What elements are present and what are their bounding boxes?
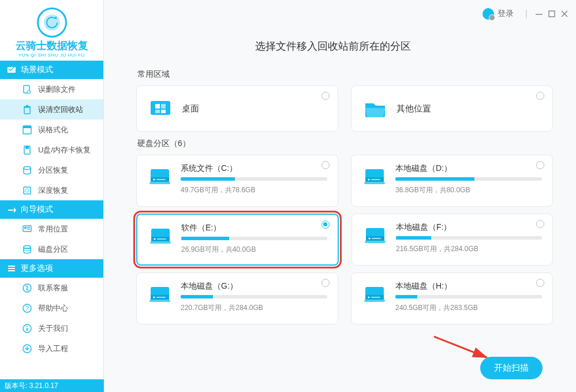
disk-name: 本地磁盘（F:）: [396, 222, 542, 233]
section-more-label: 更多选项: [21, 263, 53, 274]
svg-rect-30: [151, 101, 170, 115]
menu-icon: [22, 244, 32, 255]
radio[interactable]: [536, 161, 544, 169]
card-label: 桌面: [182, 103, 199, 114]
sidebar-item-scene-1[interactable]: 误清空回收站: [0, 99, 103, 120]
svg-rect-42: [364, 182, 385, 184]
disk-size: 216.5GB可用，共284.0GB: [396, 244, 542, 254]
disk-card-2[interactable]: 软件（E:）26.9GB可用，共40.0GB: [136, 214, 339, 266]
start-scan-button[interactable]: 开始扫描: [480, 357, 543, 379]
radio[interactable]: [321, 92, 330, 100]
radio[interactable]: [536, 220, 544, 228]
svg-rect-4: [24, 106, 31, 107]
disk-name: 本地磁盘（H:）: [395, 281, 542, 292]
sidebar-item-wizard-0[interactable]: 常用位置: [0, 219, 103, 239]
menu-icon: [22, 283, 32, 293]
sidebar-item-more-0[interactable]: 联系客服: [0, 278, 103, 298]
svg-rect-57: [149, 300, 170, 302]
disk-card-5[interactable]: 本地磁盘（H:）240.5GB可用，共283.5GB: [351, 272, 553, 324]
menu-icon: [22, 84, 32, 95]
radio[interactable]: [536, 92, 544, 100]
svg-point-2: [27, 90, 31, 94]
svg-rect-19: [8, 268, 15, 269]
disk-card-1[interactable]: 本地磁盘（D:）36.8GB可用，共80.0GB: [351, 155, 553, 207]
sidebar-item-scene-4[interactable]: 分区恢复: [0, 160, 103, 180]
radio[interactable]: [321, 161, 330, 169]
svg-rect-13: [24, 227, 27, 229]
svg-point-53: [369, 238, 371, 240]
disk-card-4[interactable]: 本地磁盘（G:）220.7GB可用，共284.0GB: [136, 272, 338, 324]
svg-rect-9: [25, 146, 29, 149]
menu-label: 联系客服: [38, 283, 68, 293]
svg-rect-33: [155, 110, 160, 113]
disk-size: 36.8GB可用，共80.0GB: [395, 185, 542, 195]
disk-info: 本地磁盘（F:）216.5GB可用，共284.0GB: [396, 222, 542, 265]
sidebar-item-more-3[interactable]: 导入工程: [0, 338, 103, 359]
sidebar-item-more-2[interactable]: 关于我们: [0, 318, 103, 338]
radio[interactable]: [321, 279, 330, 287]
disk-icon: [362, 222, 388, 248]
svg-point-43: [368, 179, 370, 181]
menu-icon: [22, 185, 32, 196]
svg-rect-15: [27, 229, 30, 230]
svg-rect-59: [156, 297, 166, 298]
section-more-options[interactable]: 更多选项: [0, 259, 103, 278]
common-card-0[interactable]: 桌面: [136, 85, 338, 132]
section-scene-mode[interactable]: 场景模式: [0, 61, 103, 79]
disk-size: 49.7GB可用，共78.6GB: [181, 185, 327, 195]
menu-label: 分区恢复: [38, 165, 68, 176]
svg-rect-49: [157, 238, 166, 240]
disk-card-3[interactable]: 本地磁盘（F:）216.5GB可用，共284.0GB: [351, 214, 553, 266]
menu-label: 磁盘分区: [38, 244, 68, 255]
sidebar-item-scene-3[interactable]: U盘/内存卡恢复: [0, 140, 103, 160]
page-title: 选择文件移入回收站前所在的分区: [113, 39, 553, 53]
disk-usage-bar: [396, 236, 542, 240]
svg-rect-11: [24, 187, 31, 194]
sidebar-item-more-1[interactable]: ?帮助中心: [0, 298, 103, 318]
logo-icon: [37, 8, 67, 38]
svg-rect-52: [365, 241, 386, 243]
sidebar-item-scene-2[interactable]: 误格式化: [0, 120, 103, 140]
disk-info: 本地磁盘（G:）220.7GB可用，共284.0GB: [181, 281, 327, 324]
sidebar-item-wizard-1[interactable]: 磁盘分区: [0, 239, 103, 259]
menu-icon: [22, 323, 32, 334]
radio[interactable]: [321, 221, 330, 229]
disk-name: 系统文件（C:）: [181, 163, 327, 174]
menu-label: 误清空回收站: [38, 104, 83, 115]
sidebar-item-scene-5[interactable]: 深度恢复: [0, 180, 103, 200]
svg-point-48: [154, 238, 156, 240]
svg-rect-5: [26, 105, 28, 106]
disk-size: 26.9GB可用，共40.0GB: [181, 245, 327, 255]
svg-rect-32: [161, 104, 166, 109]
app-logo: 云骑士数据恢复 YUN QI SHI SHU JU HUI FU: [0, 0, 103, 61]
disk-name: 本地磁盘（G:）: [181, 281, 327, 292]
disk-name: 本地磁盘（D:）: [395, 163, 542, 174]
disk-icon: [362, 281, 387, 307]
disk-usage-bar: [181, 237, 327, 240]
wizard-icon: [7, 205, 16, 214]
sidebar-item-scene-0[interactable]: 误删除文件: [0, 79, 103, 99]
svg-rect-7: [23, 126, 31, 128]
folder-icon: [362, 95, 388, 122]
svg-point-58: [154, 297, 155, 298]
svg-rect-54: [372, 238, 381, 239]
svg-rect-14: [27, 227, 30, 228]
svg-rect-64: [371, 297, 380, 298]
disk-usage-bar: [395, 177, 542, 181]
svg-rect-47: [150, 241, 171, 244]
svg-rect-37: [149, 182, 170, 184]
menu-label: U盘/内存卡恢复: [38, 145, 91, 155]
radio[interactable]: [536, 279, 544, 287]
menu-icon: [22, 104, 32, 115]
common-card-1[interactable]: 其他位置: [351, 85, 553, 132]
menu-label: 深度恢复: [38, 185, 68, 196]
menu-label: 导入工程: [38, 344, 68, 354]
section-wizard-mode[interactable]: 向导模式: [0, 200, 103, 219]
common-section-label: 常用区域: [137, 69, 553, 80]
disk-info: 系统文件（C:）49.7GB可用，共78.6GB: [181, 163, 327, 206]
disk-icon: [147, 163, 173, 189]
disk-card-0[interactable]: 系统文件（C:）49.7GB可用，共78.6GB: [136, 155, 338, 207]
disk-info: 本地磁盘（D:）36.8GB可用，共80.0GB: [395, 163, 542, 206]
menu-icon: [22, 125, 32, 135]
svg-rect-31: [155, 104, 160, 109]
